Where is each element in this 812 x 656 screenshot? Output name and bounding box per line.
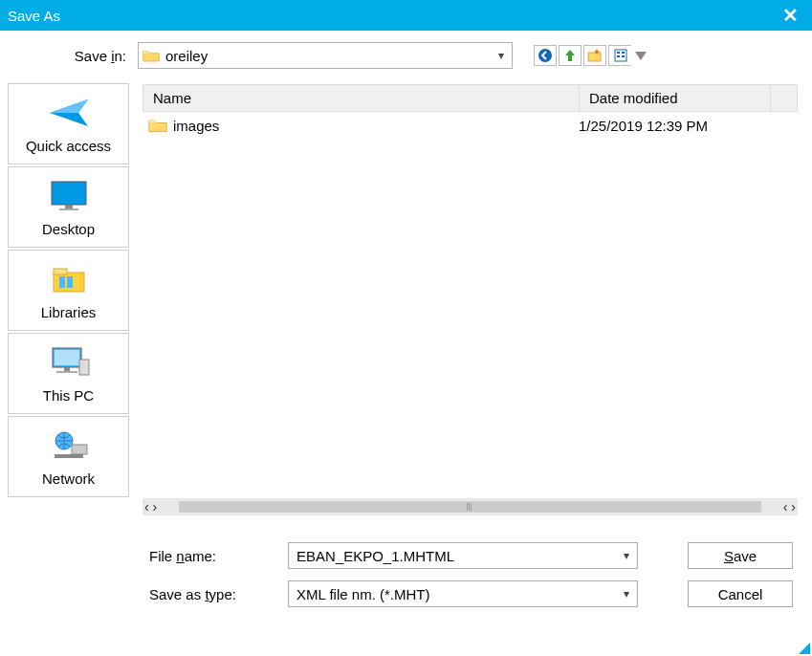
save-in-value: oreiley [165,48,498,64]
chevron-down-icon: ▾ [624,549,629,562]
close-icon[interactable]: ✕ [777,4,804,27]
column-overflow [771,85,797,111]
file-type-label: Save as type: [149,586,288,602]
file-type-combo[interactable]: XML file nm. (*.MHT) ▾ [288,580,638,607]
window-title: Save As [8,8,60,24]
svg-rect-2 [615,50,626,61]
svg-rect-5 [617,55,620,57]
save-in-combo[interactable]: oreiley ▾ [138,42,513,69]
svg-rect-12 [59,276,65,288]
nav-toolbar [534,45,647,66]
place-label: Desktop [42,221,95,237]
svg-rect-3 [617,52,620,54]
column-date[interactable]: Date modified [580,85,771,111]
svg-rect-6 [622,55,625,57]
svg-rect-20 [72,445,87,454]
quick-access-icon [45,95,93,131]
svg-point-0 [538,49,552,62]
place-label: Libraries [41,304,97,320]
save-in-label: Save in: [13,48,138,64]
svg-rect-18 [79,360,89,375]
list-body[interactable]: images 1/25/2019 12:39 PM [143,112,798,494]
this-pc-icon [45,344,93,381]
save-button[interactable]: Save [688,542,793,569]
svg-rect-4 [622,52,625,54]
scroll-thumb[interactable] [179,501,761,513]
view-menu-button[interactable] [608,45,631,66]
file-listing: Name Date modified images 1/25/2019 12:3… [142,83,799,516]
file-name-label: File name: [149,548,288,564]
svg-rect-16 [64,367,70,371]
horizontal-scrollbar[interactable]: ‹ › ‹ › [143,498,798,515]
place-libraries[interactable]: Libraries [8,250,129,331]
back-button[interactable] [534,45,557,66]
row-name: images [173,118,579,134]
svg-rect-21 [55,454,83,458]
cancel-button[interactable]: Cancel [688,580,793,607]
list-item[interactable]: images 1/25/2019 12:39 PM [143,112,798,139]
folder-icon [148,117,167,134]
svg-rect-1 [588,53,601,61]
scroll-right-arrows[interactable]: ‹ › [781,499,798,514]
file-type-value: XML file nm. (*.MHT) [296,586,624,602]
column-name[interactable]: Name [143,85,580,111]
svg-rect-15 [55,350,79,365]
place-label: Network [42,470,95,487]
file-name-input[interactable]: EBAN_EKPO_1.MHTML ▾ [288,542,638,569]
view-menu-dropdown[interactable] [635,52,647,60]
svg-rect-11 [54,269,67,274]
svg-rect-9 [59,208,78,210]
svg-rect-7 [52,182,86,205]
desktop-icon [45,178,93,214]
place-label: This PC [43,387,94,404]
resize-grip[interactable] [799,643,810,654]
up-button[interactable] [559,45,582,66]
svg-rect-8 [65,205,73,208]
chevron-down-icon: ▾ [498,49,508,62]
svg-rect-17 [56,371,77,373]
place-this-pc[interactable]: This PC [8,333,129,414]
new-folder-button[interactable] [583,45,606,66]
place-quick-access[interactable]: Quick access [8,83,129,164]
folder-icon [143,48,160,63]
place-desktop[interactable]: Desktop [8,166,129,248]
title-bar: Save As ✕ [0,0,812,31]
libraries-icon [45,261,93,297]
svg-rect-13 [67,276,73,288]
scroll-left-arrows[interactable]: ‹ › [143,499,159,514]
places-bar: Quick access Desktop Libraries This PC N… [8,83,129,516]
network-icon [45,427,93,464]
list-header: Name Date modified [143,84,798,112]
place-network[interactable]: Network [8,416,129,497]
chevron-down-icon: ▾ [624,587,629,601]
row-date: 1/25/2019 12:39 PM [579,118,770,134]
file-name-value: EBAN_EKPO_1.MHTML [296,548,624,564]
place-label: Quick access [26,138,111,154]
